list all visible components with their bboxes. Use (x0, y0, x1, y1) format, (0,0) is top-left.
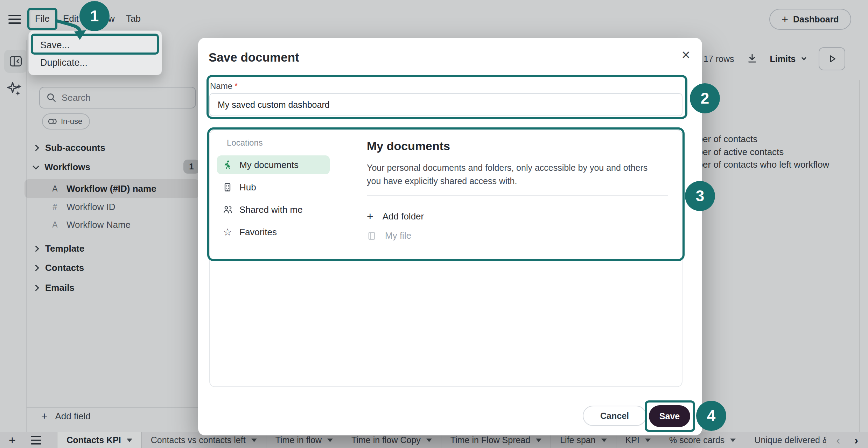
modal-title: Save document (209, 50, 299, 64)
location-item-hub[interactable]: Hub (217, 178, 330, 197)
location-picker: Locations My documents Hub (209, 130, 682, 387)
selected-location-description: Your personal documents and folders, onl… (367, 161, 657, 188)
panel-divider (344, 130, 344, 386)
name-input[interactable] (209, 93, 682, 116)
my-file-label: My file (385, 230, 411, 241)
step-badge-4: 4 (696, 401, 726, 431)
add-folder-button[interactable]: + Add folder (367, 210, 424, 223)
plus-icon: + (367, 210, 373, 223)
people-icon (223, 205, 232, 215)
person-walking-icon (223, 160, 232, 170)
selected-location-heading: My documents (367, 139, 450, 153)
required-asterisk: * (234, 81, 238, 91)
cancel-button[interactable]: Cancel (583, 406, 646, 426)
step-badge-2: 2 (690, 83, 720, 113)
folder-list-divider (367, 195, 668, 196)
add-folder-label: Add folder (383, 211, 424, 222)
app-screen: File Edit View Tab + Dashboard (0, 0, 868, 448)
locations-title: Locations (227, 138, 263, 148)
save-document-modal: Save document × Name* Locations My docum… (198, 38, 702, 435)
step-badge-3: 3 (685, 181, 715, 211)
menu-item-duplicate[interactable]: Duplicate... (40, 57, 88, 68)
building-icon (223, 182, 232, 192)
save-button[interactable]: Save (649, 405, 690, 427)
step-badge-1: 1 (79, 1, 110, 31)
location-item-shared-with-me[interactable]: Shared with me (217, 200, 330, 219)
name-field-label: Name* (210, 81, 238, 91)
location-item-my-documents[interactable]: My documents (217, 155, 330, 174)
close-button[interactable]: × (681, 48, 690, 62)
file-item-my-file[interactable]: My file (367, 230, 411, 241)
location-item-favorites[interactable]: ☆ Favorites (217, 223, 330, 241)
star-icon: ☆ (223, 226, 232, 238)
book-icon (367, 231, 377, 241)
